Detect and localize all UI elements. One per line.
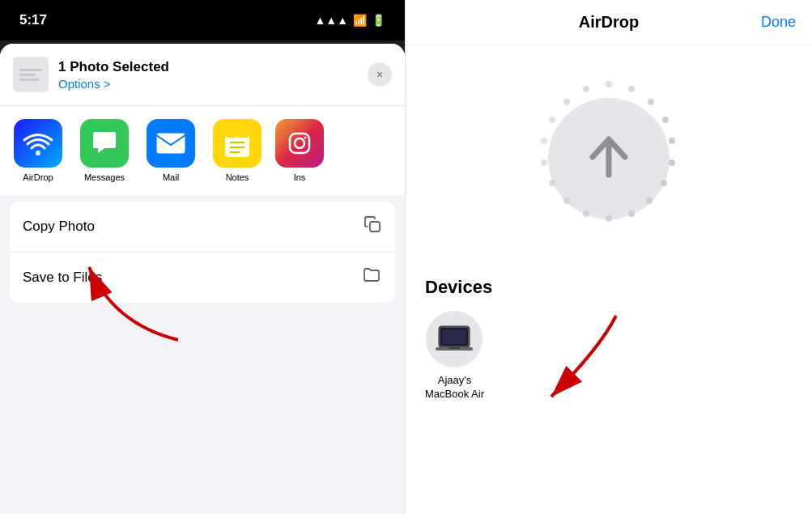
svg-rect-32 [442, 329, 466, 344]
svg-point-12 [606, 81, 612, 87]
share-title: 1 Photo Selected [58, 59, 358, 75]
mail-label: Mail [163, 172, 179, 182]
app-item-mail[interactable]: Mail [142, 119, 199, 182]
svg-point-27 [549, 117, 555, 123]
airdrop-label: AirDrop [23, 172, 53, 182]
folder-icon [363, 265, 382, 290]
svg-point-13 [628, 86, 635, 92]
copy-icon [363, 215, 382, 239]
wifi-icon: 📶 [353, 14, 367, 27]
instagram-icon [275, 119, 324, 168]
done-button[interactable]: Done [761, 14, 796, 31]
upload-area [406, 45, 812, 264]
copy-photo-row[interactable]: Copy Photo [10, 202, 395, 253]
laptop-svg [434, 323, 474, 355]
app-row: AirDrop Messages Mail [0, 106, 405, 195]
upload-circle-outer [528, 78, 690, 240]
devices-title: Devices [425, 277, 793, 298]
save-to-files-row[interactable]: Save to Files [10, 253, 395, 303]
right-panel: AirDrop Done [405, 0, 812, 514]
device-name: Ajaay'sMacBook Air [425, 374, 484, 401]
svg-point-0 [36, 151, 40, 155]
status-time: 5:17 [19, 12, 47, 28]
device-icon [426, 311, 483, 367]
svg-point-18 [661, 180, 667, 186]
app-item-messages[interactable]: Messages [76, 119, 133, 182]
airdrop-icon [14, 119, 62, 168]
share-thumbnail [13, 57, 49, 92]
app-item-instagram[interactable]: Ins [275, 119, 324, 182]
airdrop-header: AirDrop Done [406, 0, 812, 45]
close-button[interactable]: × [368, 62, 392, 87]
battery-icon: 🔋 [372, 14, 385, 27]
mail-icon [147, 119, 195, 168]
share-sheet: 1 Photo Selected Options > × AirDrop [0, 44, 405, 514]
mail-svg [155, 132, 186, 155]
svg-point-8 [295, 138, 304, 148]
svg-point-25 [541, 159, 547, 166]
svg-point-24 [549, 180, 555, 186]
instagram-label: Ins [294, 172, 306, 182]
notes-icon [213, 119, 261, 168]
airdrop-svg [22, 127, 54, 159]
svg-point-28 [563, 99, 570, 105]
app-item-notes[interactable]: Notes [209, 119, 266, 182]
svg-point-22 [583, 210, 589, 217]
thumb-line [19, 79, 39, 81]
action-section: Copy Photo Save to Files [10, 202, 395, 303]
messages-svg [90, 129, 119, 158]
svg-rect-7 [290, 134, 309, 153]
airdrop-title: AirDrop [579, 13, 639, 32]
thumb-line [19, 74, 36, 76]
status-bar: 5:17 ▲▲▲ 📶 🔋 [0, 0, 405, 40]
svg-point-29 [583, 86, 589, 92]
dots-ring-svg [528, 78, 690, 240]
signal-icon: ▲▲▲ [314, 14, 348, 27]
svg-rect-34 [449, 347, 460, 349]
status-bar-right: ▲▲▲ 📶 🔋 [314, 14, 385, 27]
save-to-files-label: Save to Files [23, 270, 102, 286]
svg-point-20 [628, 210, 635, 217]
svg-point-14 [648, 99, 654, 105]
device-item-macbook[interactable]: Ajaay'sMacBook Air [425, 311, 484, 401]
svg-rect-3 [225, 130, 249, 138]
instagram-svg [287, 130, 312, 156]
svg-point-26 [541, 138, 547, 144]
thumbnail-lines [19, 69, 42, 81]
svg-point-15 [662, 117, 669, 123]
svg-point-17 [669, 159, 675, 166]
svg-point-21 [606, 215, 612, 222]
svg-point-16 [669, 138, 675, 144]
svg-point-19 [646, 198, 653, 204]
copy-svg [363, 215, 382, 234]
messages-label: Messages [84, 172, 125, 182]
svg-rect-1 [156, 133, 185, 154]
svg-point-23 [563, 198, 570, 204]
thumb-line [19, 69, 42, 71]
share-info: 1 Photo Selected Options > [58, 59, 358, 91]
left-panel: 5:17 ▲▲▲ 📶 🔋 1 Photo Selected Options > … [0, 0, 405, 514]
svg-rect-10 [370, 222, 380, 232]
share-options[interactable]: Options > [58, 77, 358, 91]
notes-label: Notes [226, 172, 249, 182]
share-header: 1 Photo Selected Options > × [0, 44, 405, 106]
messages-icon [80, 119, 129, 168]
app-item-airdrop[interactable]: AirDrop [10, 119, 66, 182]
folder-svg [363, 265, 382, 285]
notes-svg [223, 128, 251, 159]
svg-point-9 [304, 137, 307, 139]
devices-section: Devices Ajaay'sMacBook Air [406, 264, 812, 514]
copy-photo-label: Copy Photo [23, 219, 95, 235]
